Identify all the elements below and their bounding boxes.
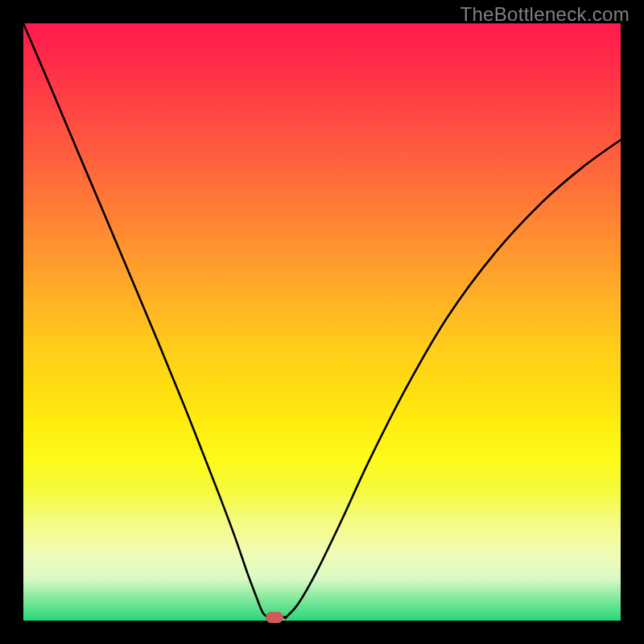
watermark-text: TheBottleneck.com xyxy=(460,3,630,26)
valley-marker-icon xyxy=(266,612,283,623)
curve-svg xyxy=(23,23,621,621)
bottleneck-curve xyxy=(23,23,621,618)
chart-frame: TheBottleneck.com xyxy=(0,0,644,644)
plot-area xyxy=(23,23,621,621)
